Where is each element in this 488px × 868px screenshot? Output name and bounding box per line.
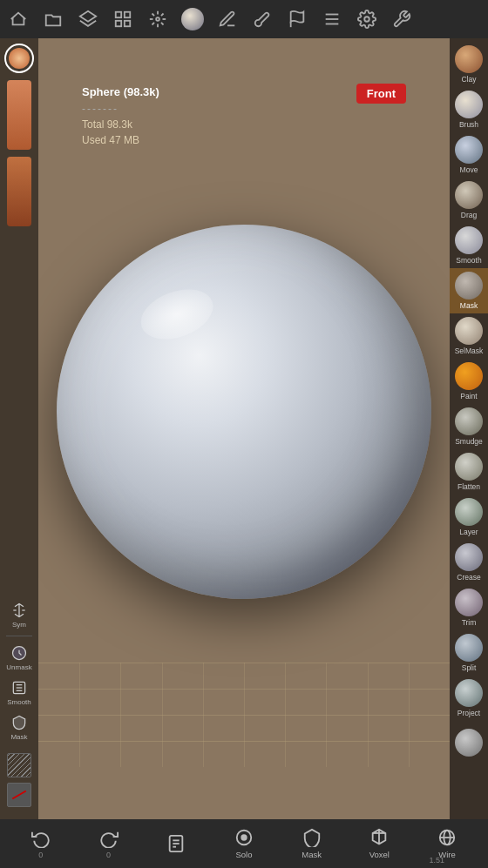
ground-vline [79,663,80,767]
settings-icon[interactable] [354,6,380,32]
right-tool-smooth[interactable]: Smooth [450,223,488,268]
left-panel: Sym Unmask Smooth Mask [0,38,38,819]
crease-sphere-icon [455,543,483,571]
right-tool-trim[interactable]: Trim [450,585,488,630]
right-tool-flatten[interactable]: Flatten [450,449,488,495]
grid-icon[interactable] [110,6,136,32]
right-tool-selmask[interactable]: SelMask [450,313,488,359]
stroke-diagonal-icon[interactable] [7,753,31,777]
right-tool-split[interactable]: Split [450,630,488,676]
right-tool-layer[interactable]: Layer [450,495,488,540]
redo-button[interactable]: 0 [87,829,131,859]
wire-button[interactable]: Wire [425,828,469,859]
folder-icon[interactable] [40,6,66,32]
top-toolbar [0,0,488,38]
ground-vline [409,663,410,767]
ground-vline [244,663,245,767]
ground-vline [326,663,327,767]
mask-sphere-icon [455,272,483,299]
flatten-sphere-icon [455,453,483,481]
sphere-preview-icon[interactable] [180,6,206,32]
layer-sphere-icon [455,498,483,526]
last-sphere-icon [455,729,483,757]
mask-bottom-button[interactable]: Mask [290,828,334,859]
right-panel: Clay Brush Move Drag Smooth Mask SelMask… [450,38,488,819]
right-tool-last[interactable] [450,721,488,766]
brush-icon[interactable] [249,6,275,32]
smudge-sphere-icon [455,407,483,435]
pen-icon[interactable] [214,6,241,32]
svg-rect-1 [116,12,121,17]
smooth-sphere-icon [455,226,483,254]
ground-vline [162,663,163,767]
ground-vline [368,663,369,767]
svg-line-11 [161,23,164,25]
sphere-mesh[interactable] [57,225,431,599]
move-sphere-icon [455,136,483,164]
home-icon[interactable] [5,6,31,32]
selmask-sphere-icon [455,317,483,345]
stroke-plain-icon[interactable] [7,783,31,807]
doc-button[interactable] [154,834,198,853]
right-tool-brush[interactable]: Brush [450,87,488,132]
svg-line-12 [152,23,154,25]
layers-icon[interactable] [75,6,101,32]
svg-rect-3 [116,21,121,26]
drag-sphere-icon [455,181,483,209]
svg-marker-0 [80,11,96,22]
paint-sphere-icon [455,362,483,390]
right-tool-paint[interactable]: Paint [450,359,488,404]
effects-icon[interactable] [145,6,171,32]
right-tool-crease[interactable]: Crease [450,540,488,585]
color-picker[interactable] [4,44,34,73]
ground-vline [285,663,286,767]
trim-sphere-icon [455,589,483,616]
split-sphere-icon [455,634,483,662]
wrench-icon[interactable] [389,6,415,32]
sym-tool[interactable]: Sym [3,599,35,630]
svg-line-13 [161,13,164,16]
color-bar-2[interactable] [7,157,31,226]
stack-icon[interactable] [319,6,345,32]
right-tool-clay[interactable]: Clay [450,42,488,87]
color-bar-1[interactable] [7,80,31,150]
flag-icon[interactable] [284,6,310,32]
smooth-left-tool[interactable]: Smooth [3,676,35,708]
ground-plane [38,663,450,767]
ground-vline [120,663,121,767]
ground-vline [203,663,204,767]
right-tool-move[interactable]: Move [450,132,488,178]
svg-point-5 [156,17,159,21]
voxel-button[interactable]: Voxel [357,828,401,859]
right-tool-smudge[interactable]: Smudge [450,404,488,449]
project-sphere-icon [455,679,483,707]
right-tool-mask[interactable]: Mask [450,268,488,313]
unmask-tool[interactable]: Unmask [3,642,35,673]
brush-sphere-icon [455,91,483,118]
clay-sphere-icon [455,45,483,73]
right-tool-drag[interactable]: Drag [450,178,488,223]
undo-button[interactable]: 0 [19,829,63,859]
svg-line-10 [152,13,154,16]
mask-left-tool[interactable]: Mask [3,711,35,743]
svg-rect-2 [125,12,130,17]
svg-rect-4 [125,21,130,26]
main-canvas[interactable]: Sphere (98.3k) ------- Total 98.3k Used … [38,38,450,819]
bottom-toolbar: 0 0 Solo Mask [0,819,488,868]
version-label: 1.51 [429,856,444,865]
svg-point-30 [241,835,247,840]
svg-point-18 [364,17,369,22]
solo-button[interactable]: Solo [222,828,266,859]
right-tool-project[interactable]: Project [450,676,488,721]
